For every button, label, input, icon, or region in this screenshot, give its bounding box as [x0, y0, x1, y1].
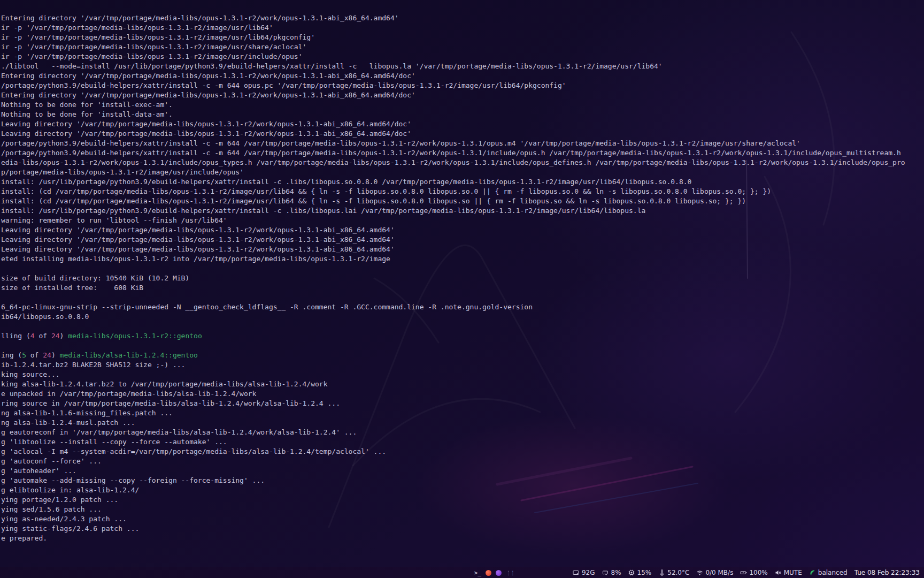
terminal-line: ib-1.2.4.tar.bz2 BLAKE2B SHA512 size ;-)…	[1, 360, 924, 370]
network-widget[interactable]: 0/0 MB/s	[696, 569, 733, 576]
terminal-line: install: /usr/lib/portage/python3.9/ebui…	[1, 206, 924, 216]
terminal-line: ng alsa-lib-1.2.4-musl.patch ...	[1, 418, 924, 428]
cpu-widget[interactable]: 15%	[628, 569, 652, 576]
terminal-line: Entering directory '/var/tmp/portage/med…	[1, 71, 924, 81]
memory-label: 8%	[611, 569, 621, 576]
system-tray: >_ ⋮⋮	[474, 569, 514, 576]
tray-expander-icon[interactable]: ⋮⋮	[506, 570, 514, 576]
terminal-line: ir -p '/var/tmp/portage/media-libs/opus-…	[1, 23, 924, 33]
purple-app-tray-icon[interactable]	[496, 570, 502, 576]
terminal-line: ying static-flags/2.4.6 patch ...	[1, 524, 924, 534]
terminal-line: /portage/python3.9/ebuild-helpers/xattr/…	[1, 148, 924, 158]
terminal-line: 6_64-pc-linux-gnu-strip --strip-unneeded…	[1, 302, 924, 312]
red-app-tray-icon[interactable]	[486, 570, 491, 576]
terminal-line: install: /usr/lib/portage/python3.9/ebui…	[1, 177, 924, 187]
terminal-line: ./libtool --mode=install /usr/lib/portag…	[1, 62, 924, 71]
cpu-label: 15%	[637, 569, 652, 576]
terminal-line: Leaving directory '/var/tmp/portage/medi…	[1, 119, 924, 129]
terminal-line: Entering directory '/var/tmp/portage/med…	[1, 90, 924, 100]
battery-label: 100%	[749, 569, 767, 576]
terminal-window[interactable]: Entering directory '/var/tmp/portage/med…	[0, 0, 924, 567]
terminal-line: lling (4 of 24) media-libs/opus-1.3.1-r2…	[1, 331, 924, 341]
terminal-line: Leaving directory '/var/tmp/portage/medi…	[1, 225, 924, 235]
terminal-line: g elibtoolize in: alsa-lib-1.2.4/	[1, 485, 924, 495]
mute-label: MUTE	[784, 569, 802, 576]
terminal-line: /portage/python3.9/ebuild-helpers/xattr/…	[1, 139, 924, 148]
terminal-line: g 'libtoolize --install --copy --force -…	[1, 437, 924, 447]
disk-usage-widget[interactable]: 92G	[573, 569, 595, 576]
power-profile-widget[interactable]: balanced	[809, 569, 848, 576]
terminal-line: g 'aclocal -I m4 --system-acdir=/var/tmp…	[1, 447, 924, 457]
terminal-line: Nothing to be done for 'install-data-am'…	[1, 110, 924, 119]
speaker-mute-icon	[775, 569, 782, 576]
terminal-line: king alsa-lib-1.2.4.tar.bz2 to /var/tmp/…	[1, 379, 924, 389]
terminal-line	[1, 293, 924, 302]
temperature-widget[interactable]: 52.0°C	[658, 569, 689, 576]
terminal-line	[1, 264, 924, 273]
terminal-line: ir -p '/var/tmp/portage/media-libs/opus-…	[1, 33, 924, 42]
terminal-line: edia-libs/opus-1.3.1-r2/work/opus-1.3.1/…	[1, 158, 924, 168]
terminal-line: ying as-needed/2.4.3 patch ...	[1, 514, 924, 524]
terminal-line: warning: remember to run 'libtool --fini…	[1, 216, 924, 225]
battery-widget[interactable]: 100%	[740, 569, 767, 576]
terminal-output: Entering directory '/var/tmp/portage/med…	[1, 13, 924, 543]
terminal-line: ir -p '/var/tmp/portage/media-libs/opus-…	[1, 42, 924, 52]
network-speed-label: 0/0 MB/s	[705, 569, 733, 576]
terminal-line	[1, 322, 924, 331]
terminal-line: ying sed/1.5.6 patch ...	[1, 505, 924, 514]
terminal-line	[1, 341, 924, 351]
thermometer-icon	[658, 569, 665, 576]
terminal-line: Leaving directory '/var/tmp/portage/medi…	[1, 245, 924, 254]
terminal-line: king source...	[1, 370, 924, 379]
disk-usage-label: 92G	[582, 569, 595, 576]
temperature-label: 52.0°C	[667, 569, 689, 576]
clock[interactable]: Tue 08 Feb 22:23:33	[854, 569, 920, 576]
terminal-line: size of installed tree: 608 KiB	[1, 283, 924, 293]
terminal-line: Nothing to be done for 'install-exec-am'…	[1, 100, 924, 110]
battery-charging-icon	[740, 569, 747, 576]
memory-widget[interactable]: 8%	[602, 569, 621, 576]
terminal-line: ring source in /var/tmp/portage/media-li…	[1, 399, 924, 408]
terminal-line: g 'automake --add-missing --copy --forei…	[1, 476, 924, 485]
power-profile-label: balanced	[818, 569, 848, 576]
terminal-line: g eautoreconf in '/var/tmp/portage/media…	[1, 428, 924, 437]
terminal-line: Entering directory '/var/tmp/portage/med…	[1, 13, 924, 23]
terminal-line: ying portage/1.2.0 patch ...	[1, 495, 924, 505]
terminal-line: e unpacked in /var/tmp/portage/media-lib…	[1, 389, 924, 399]
terminal-line: size of build directory: 10540 KiB (10.2…	[1, 273, 924, 283]
memory-icon	[602, 569, 609, 576]
disk-icon	[573, 569, 580, 576]
terminal-line: ir -p '/var/tmp/portage/media-libs/opus-…	[1, 52, 924, 62]
terminal-line: install: (cd /var/tmp/portage/media-libs…	[1, 187, 924, 196]
terminal-line: g 'autoheader' ...	[1, 466, 924, 476]
terminal-line: ib64/libopus.so.0.8.0	[1, 312, 924, 322]
terminal-line: ing (5 of 24) media-libs/alsa-lib-1.2.4:…	[1, 351, 924, 360]
terminal-line: p/portage/media-libs/opus-1.3.1-r2/image…	[1, 168, 924, 177]
terminal-line: install: (cd /var/tmp/portage/media-libs…	[1, 196, 924, 206]
terminal-tray-icon[interactable]: >_	[474, 569, 481, 576]
terminal-line: eted installing media-libs/opus-1.3.1-r2…	[1, 254, 924, 264]
wifi-icon	[696, 569, 703, 576]
audio-widget[interactable]: MUTE	[775, 569, 802, 576]
terminal-line: /portage/python3.9/ebuild-helpers/xattr/…	[1, 81, 924, 90]
taskbar: >_ ⋮⋮ 92G 8% 15% 52.0°C 0/0 MB/s	[0, 567, 924, 578]
terminal-line: g 'autoconf --force' ...	[1, 457, 924, 466]
leaf-icon	[809, 569, 816, 576]
terminal-line: ng alsa-lib-1.1.6-missing_files.patch ..…	[1, 408, 924, 418]
terminal-line: Leaving directory '/var/tmp/portage/medi…	[1, 129, 924, 139]
terminal-line: e prepared.	[1, 534, 924, 543]
cpu-icon	[628, 569, 635, 576]
desktop: { "terminal": { "colors": { "fg": "#c9c3…	[0, 0, 924, 578]
terminal-line: Leaving directory '/var/tmp/portage/medi…	[1, 235, 924, 245]
